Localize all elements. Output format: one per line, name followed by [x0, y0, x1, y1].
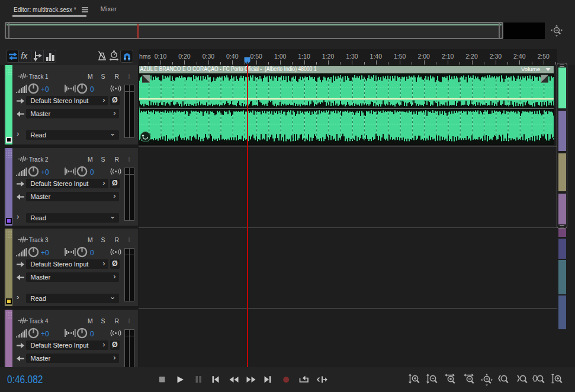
svg-text:Volume: Volume	[521, 66, 540, 72]
svg-text:AZUL E BRANCO É O CORAÇÃO - FC: AZUL E BRANCO É O CORAÇÃO - FC Porto Ofi…	[140, 65, 317, 72]
